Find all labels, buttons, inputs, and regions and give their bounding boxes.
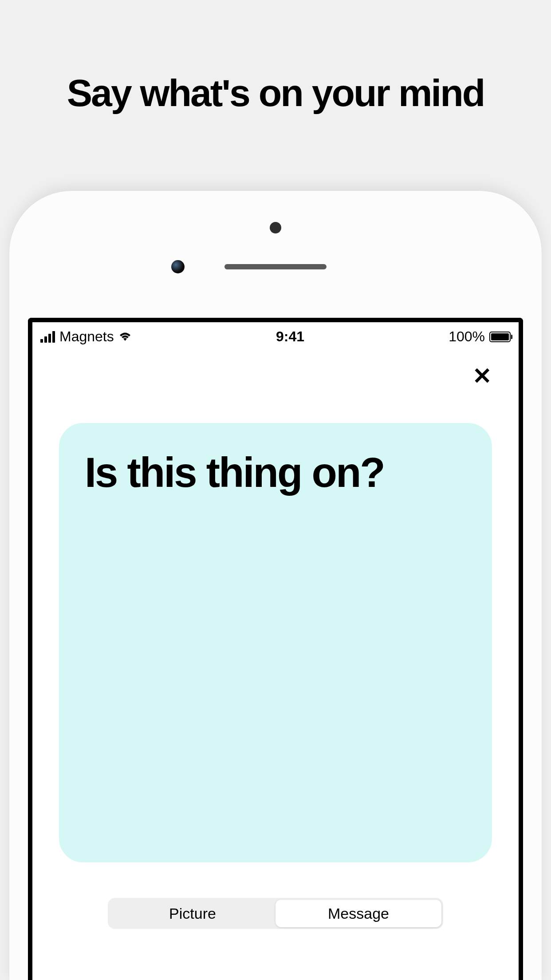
segment-message[interactable]: Message [276, 900, 441, 927]
compose-card[interactable]: Is this thing on? [59, 423, 492, 862]
clock: 9:41 [276, 328, 304, 345]
phone-frame: Magnets 9:41 100% ✕ Is this thing on? [9, 191, 542, 980]
signal-icon [40, 331, 55, 343]
carrier-label: Magnets [59, 328, 114, 345]
promo-headline: Say what's on your mind [0, 0, 551, 115]
battery-icon [489, 332, 511, 342]
mode-segmented-control[interactable]: Picture Message [108, 898, 443, 929]
compose-text-input[interactable]: Is this thing on? [85, 451, 466, 494]
sensor-dot-icon [270, 222, 281, 233]
close-button[interactable]: ✕ [468, 360, 496, 392]
close-icon: ✕ [472, 363, 492, 389]
wifi-icon [118, 332, 132, 342]
segment-message-label: Message [328, 905, 389, 922]
segment-picture[interactable]: Picture [110, 900, 276, 927]
status-bar: Magnets 9:41 100% [32, 322, 519, 349]
speaker-icon [224, 264, 327, 269]
battery-percent: 100% [449, 328, 485, 345]
phone-screen: Magnets 9:41 100% ✕ Is this thing on? [28, 318, 523, 980]
camera-icon [171, 260, 185, 273]
segment-picture-label: Picture [169, 905, 216, 922]
phone-hardware [9, 222, 542, 273]
